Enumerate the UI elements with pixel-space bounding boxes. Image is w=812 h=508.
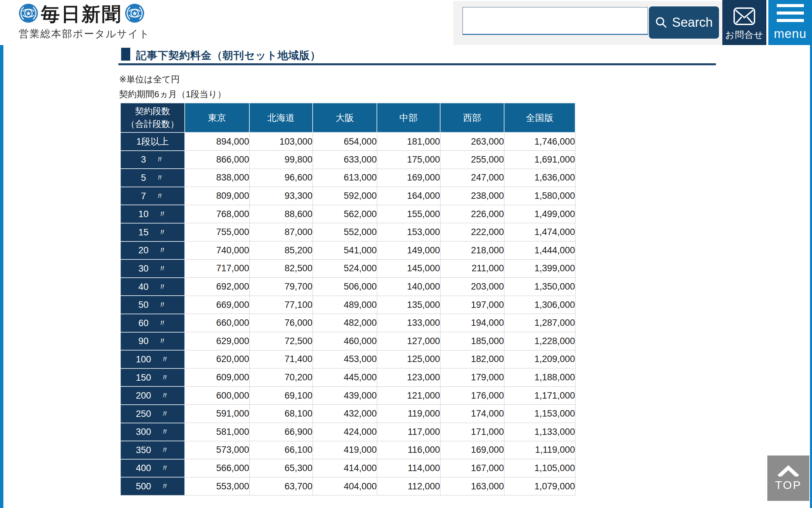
- price-cell: 1,636,000: [504, 169, 575, 187]
- svg-text:★: ★: [25, 10, 31, 17]
- price-cell: 69,100: [249, 386, 313, 405]
- price-cell: 99,800: [249, 151, 313, 169]
- back-to-top-button[interactable]: TOP: [767, 456, 809, 501]
- table-row: 3 〃866,00099,800633,000175,000255,0001,6…: [120, 151, 575, 169]
- row-label: 150 〃: [120, 368, 185, 387]
- price-cell: 424,000: [313, 423, 377, 441]
- price-cell: 1,079,000: [504, 477, 575, 495]
- table-row: 40 〃692,00079,700506,000140,000203,0001,…: [120, 278, 575, 296]
- price-cell: 153,000: [377, 223, 440, 241]
- price-cell: 562,000: [313, 205, 377, 223]
- price-cell: 76,000: [249, 314, 313, 332]
- page: ★ 毎日新聞 ★ 営業総本部ポータルサイト: [0, 0, 812, 508]
- price-cell: 453,000: [313, 350, 377, 368]
- price-cell: 163,000: [440, 477, 504, 495]
- corner-header: 契約段数 （合計段数）: [120, 103, 185, 132]
- table-row: 15 〃755,00087,000552,000153,000222,0001,…: [120, 223, 575, 241]
- row-label: 15 〃: [120, 223, 185, 241]
- table-row: 50 〃669,00077,100489,000135,000197,0001,…: [120, 296, 575, 314]
- price-cell: 185,000: [440, 332, 504, 351]
- page-title: 記事下契約料金（朝刊セット地域版）: [136, 48, 321, 63]
- price-cell: 1,306,000: [504, 296, 575, 314]
- price-cell: 717,000: [185, 259, 249, 278]
- price-cell: 613,000: [313, 169, 377, 187]
- price-cell: 70,200: [249, 368, 313, 387]
- row-label: 7 〃: [120, 187, 185, 205]
- price-cell: 68,100: [249, 405, 313, 423]
- hamburger-icon: [777, 4, 804, 22]
- price-cell: 96,600: [249, 169, 313, 187]
- unit-note: ※単位は全て円: [119, 73, 180, 85]
- table-row: 150 〃609,00070,200445,000123,000179,0001…: [120, 368, 575, 387]
- table-row: 20 〃740,00085,200541,000149,000218,0001,…: [120, 241, 575, 260]
- price-cell: 182,000: [440, 350, 504, 368]
- corner-header-line1: 契約段数: [121, 105, 184, 118]
- price-cell: 1,444,000: [504, 241, 575, 260]
- price-cell: 155,000: [377, 205, 440, 223]
- search-button[interactable]: Search: [649, 6, 719, 39]
- price-cell: 439,000: [313, 386, 377, 405]
- price-cell: 121,000: [377, 386, 440, 405]
- row-label: 90 〃: [120, 332, 185, 351]
- price-cell: 238,000: [440, 187, 504, 205]
- price-cell: 181,000: [377, 132, 440, 151]
- price-cell: 894,000: [185, 132, 249, 151]
- table-row: 90 〃629,00072,500460,000127,000185,0001,…: [120, 332, 575, 351]
- site-logo[interactable]: ★ 毎日新聞 ★ 営業総本部ポータルサイト: [19, 3, 150, 41]
- price-cell: 82,500: [249, 259, 313, 278]
- price-cell: 414,000: [313, 459, 377, 478]
- site-tagline: 営業総本部ポータルサイト: [19, 27, 150, 41]
- price-cell: 1,133,000: [504, 423, 575, 441]
- contact-button-label: お問合せ: [725, 29, 763, 41]
- row-label: 500 〃: [120, 477, 185, 495]
- price-cell: 1,474,000: [504, 223, 575, 241]
- price-cell: 169,000: [440, 441, 504, 459]
- price-cell: 66,900: [249, 423, 313, 441]
- table-row: 7 〃809,00093,300592,000164,000238,0001,5…: [120, 187, 575, 205]
- price-cell: 1,153,000: [504, 405, 575, 423]
- search-icon: [655, 16, 668, 29]
- search-area: Search: [453, 1, 722, 45]
- price-cell: 65,300: [249, 459, 313, 478]
- row-label: 10 〃: [120, 205, 185, 223]
- price-cell: 226,000: [440, 205, 504, 223]
- price-cell: 179,000: [440, 368, 504, 387]
- price-cell: 1,399,000: [504, 259, 575, 278]
- price-cell: 1,287,000: [504, 314, 575, 332]
- envelope-icon: [733, 7, 755, 25]
- svg-text:★: ★: [132, 10, 137, 17]
- back-to-top-label: TOP: [775, 479, 802, 492]
- menu-button[interactable]: menu: [768, 0, 812, 45]
- price-cell: 145,000: [377, 259, 440, 278]
- price-cell: 581,000: [185, 423, 249, 441]
- price-cell: 1,188,000: [504, 368, 575, 387]
- contact-button[interactable]: お問合せ: [722, 0, 766, 45]
- search-button-label: Search: [672, 15, 713, 30]
- price-cell: 609,000: [185, 368, 249, 387]
- price-cell: 114,000: [377, 459, 440, 478]
- search-input[interactable]: [463, 7, 648, 35]
- price-cell: 1,171,000: [504, 386, 575, 405]
- price-cell: 553,000: [185, 477, 249, 495]
- price-cell: 87,000: [249, 223, 313, 241]
- site-header: ★ 毎日新聞 ★ 営業総本部ポータルサイト: [0, 0, 812, 45]
- row-label: 250 〃: [120, 405, 185, 423]
- table-row: 30 〃717,00082,500524,000145,000211,0001,…: [120, 259, 575, 278]
- price-cell: 489,000: [313, 296, 377, 314]
- price-cell: 541,000: [313, 241, 377, 260]
- price-cell: 164,000: [377, 187, 440, 205]
- header-row: 契約段数 （合計段数） 東京北海道大阪中部西部全国版: [120, 103, 575, 132]
- price-cell: 247,000: [440, 169, 504, 187]
- price-cell: 506,000: [313, 278, 377, 296]
- mainichi-eye-icon: ★: [19, 3, 38, 24]
- right-border-rail: [810, 45, 812, 508]
- price-cell: 63,700: [249, 477, 313, 495]
- price-cell: 600,000: [185, 386, 249, 405]
- price-cell: 660,000: [185, 314, 249, 332]
- table-row: 5 〃838,00096,600613,000169,000247,0001,6…: [120, 169, 575, 187]
- price-cell: 127,000: [377, 332, 440, 351]
- price-cell: 1,499,000: [504, 205, 575, 223]
- price-cell: 445,000: [313, 368, 377, 387]
- price-cell: 176,000: [440, 386, 504, 405]
- price-cell: 123,000: [377, 368, 440, 387]
